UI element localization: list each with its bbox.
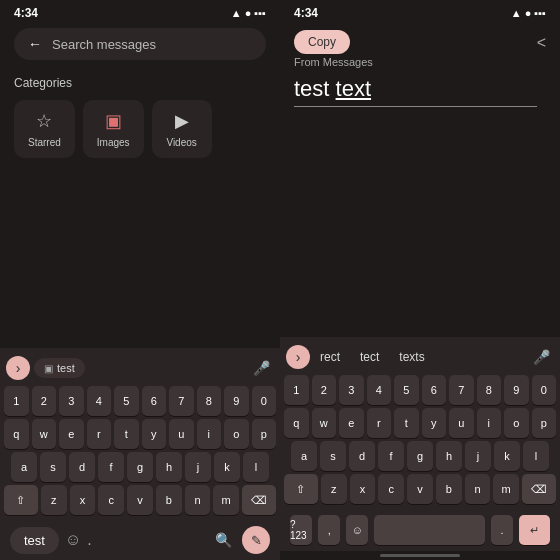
r-delete-key[interactable]: ⌫ [522, 474, 556, 504]
r-key-f[interactable]: f [378, 441, 404, 471]
r-key-8[interactable]: 8 [477, 375, 502, 405]
key-b[interactable]: b [156, 485, 182, 515]
r-key-3[interactable]: 3 [339, 375, 364, 405]
r-comma-key[interactable]: , [318, 515, 340, 545]
edit-fab[interactable]: ✎ [242, 526, 270, 554]
word-chip[interactable]: test [10, 527, 59, 554]
r-key-o[interactable]: o [504, 408, 529, 438]
category-images[interactable]: ▣ Images [83, 100, 144, 158]
mic-icon-left[interactable]: 🎤 [249, 360, 274, 376]
key-e[interactable]: e [59, 419, 84, 449]
key-3[interactable]: 3 [59, 386, 84, 416]
key-q[interactable]: q [4, 419, 29, 449]
key-r[interactable]: r [87, 419, 112, 449]
r-key-v[interactable]: v [407, 474, 433, 504]
r-key-p[interactable]: p [532, 408, 557, 438]
r-key-k[interactable]: k [494, 441, 520, 471]
r-key-7[interactable]: 7 [449, 375, 474, 405]
r-key-n[interactable]: n [465, 474, 491, 504]
r-key-5[interactable]: 5 [394, 375, 419, 405]
key-m[interactable]: m [213, 485, 239, 515]
key-c[interactable]: c [98, 485, 124, 515]
r-enter-key[interactable]: ↵ [519, 515, 550, 545]
r-key-i[interactable]: i [477, 408, 502, 438]
key-0[interactable]: 0 [252, 386, 277, 416]
r-key-w[interactable]: w [312, 408, 337, 438]
key-w[interactable]: w [32, 419, 57, 449]
key-y[interactable]: y [142, 419, 167, 449]
share-icon[interactable]: < [537, 34, 546, 52]
r-key-4[interactable]: 4 [367, 375, 392, 405]
key-g[interactable]: g [127, 452, 153, 482]
key-s[interactable]: s [40, 452, 66, 482]
key-u[interactable]: u [169, 419, 194, 449]
r-key-m[interactable]: m [493, 474, 519, 504]
key-4[interactable]: 4 [87, 386, 112, 416]
search-bar[interactable]: ← Search messages [14, 28, 266, 60]
r-key-x[interactable]: x [350, 474, 376, 504]
r-key-t[interactable]: t [394, 408, 419, 438]
shift-key[interactable]: ⇧ [4, 485, 38, 515]
category-starred[interactable]: ☆ Starred [14, 100, 75, 158]
r-num-key[interactable]: ?123 [290, 515, 312, 545]
r-key-l[interactable]: l [523, 441, 549, 471]
mic-icon-right[interactable]: 🎤 [529, 349, 554, 365]
r-key-g[interactable]: g [407, 441, 433, 471]
suggestion-word-1[interactable]: rect [314, 348, 346, 366]
r-key-c[interactable]: c [378, 474, 404, 504]
suggestion-word-3[interactable]: texts [393, 348, 430, 366]
r-key-u[interactable]: u [449, 408, 474, 438]
copy-button[interactable]: Copy [294, 30, 350, 54]
suggestion-word-2[interactable]: tect [354, 348, 385, 366]
key-o[interactable]: o [224, 419, 249, 449]
key-x[interactable]: x [70, 485, 96, 515]
r-key-z[interactable]: z [321, 474, 347, 504]
r-period-key[interactable]: . [491, 515, 513, 545]
r-key-e[interactable]: e [339, 408, 364, 438]
key-5[interactable]: 5 [114, 386, 139, 416]
key-l[interactable]: l [243, 452, 269, 482]
key-p[interactable]: p [252, 419, 277, 449]
key-6[interactable]: 6 [142, 386, 167, 416]
r-key-d[interactable]: d [349, 441, 375, 471]
key-2[interactable]: 2 [32, 386, 57, 416]
key-1[interactable]: 1 [4, 386, 29, 416]
key-8[interactable]: 8 [197, 386, 222, 416]
key-v[interactable]: v [127, 485, 153, 515]
delete-key[interactable]: ⌫ [242, 485, 276, 515]
expand-btn-left[interactable]: › [6, 356, 30, 380]
key-k[interactable]: k [214, 452, 240, 482]
key-9[interactable]: 9 [224, 386, 249, 416]
r-key-r[interactable]: r [367, 408, 392, 438]
suggestion-chip[interactable]: ▣ test [34, 358, 85, 378]
r-key-9[interactable]: 9 [504, 375, 529, 405]
r-key-1[interactable]: 1 [284, 375, 309, 405]
emoji-key[interactable]: ☺ [65, 531, 81, 549]
key-j[interactable]: j [185, 452, 211, 482]
key-n[interactable]: n [185, 485, 211, 515]
r-key-h[interactable]: h [436, 441, 462, 471]
key-t[interactable]: t [114, 419, 139, 449]
r-shift-key[interactable]: ⇧ [284, 474, 318, 504]
key-d[interactable]: d [69, 452, 95, 482]
r-key-6[interactable]: 6 [422, 375, 447, 405]
key-7[interactable]: 7 [169, 386, 194, 416]
r-key-y[interactable]: y [422, 408, 447, 438]
key-z[interactable]: z [41, 485, 67, 515]
r-emoji-key[interactable]: ☺ [346, 515, 368, 545]
key-h[interactable]: h [156, 452, 182, 482]
key-f[interactable]: f [98, 452, 124, 482]
r-key-a[interactable]: a [291, 441, 317, 471]
back-icon[interactable]: ← [28, 36, 42, 52]
key-a[interactable]: a [11, 452, 37, 482]
period-key[interactable]: . [87, 531, 91, 549]
search-key[interactable]: 🔍 [215, 532, 232, 548]
key-i[interactable]: i [197, 419, 222, 449]
r-key-j[interactable]: j [465, 441, 491, 471]
category-videos[interactable]: ▶ Videos [152, 100, 212, 158]
r-key-b[interactable]: b [436, 474, 462, 504]
r-space-key[interactable] [374, 515, 485, 545]
r-key-0[interactable]: 0 [532, 375, 557, 405]
r-key-2[interactable]: 2 [312, 375, 337, 405]
expand-btn-right[interactable]: › [286, 345, 310, 369]
